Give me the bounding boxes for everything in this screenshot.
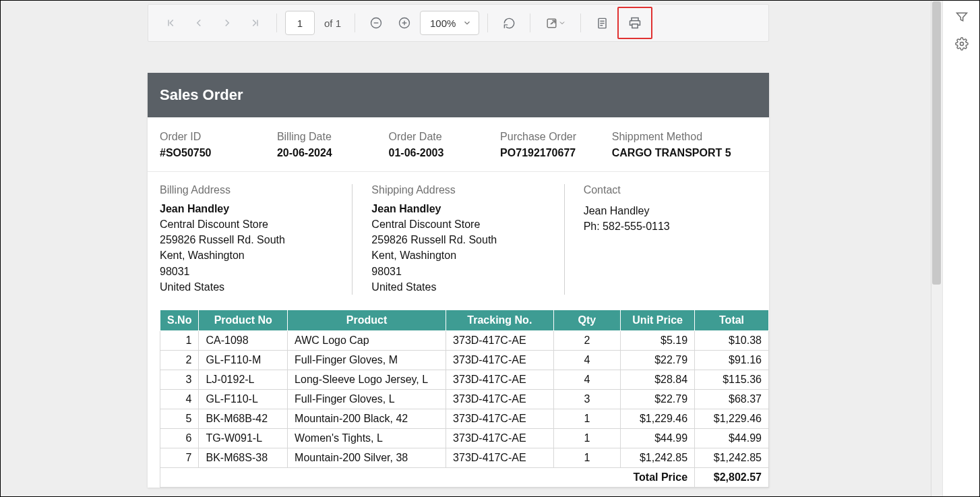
cell-sno: 4 (160, 389, 199, 409)
billing-date-label: Billing Date (277, 131, 389, 143)
cell-total: $10.38 (695, 330, 769, 350)
first-page-button[interactable] (158, 10, 183, 36)
print-icon (628, 16, 642, 30)
billing-line: Kent, Washington (160, 247, 322, 263)
svg-point-12 (960, 42, 963, 46)
chevron-down-icon (558, 19, 566, 27)
cell-product: Full-Finger Gloves, M (288, 350, 446, 370)
cell-unitprice: $22.79 (621, 389, 695, 409)
toolbar-divider (487, 13, 488, 32)
cell-total: $1,229.46 (695, 409, 769, 428)
cell-unitprice: $1,229.46 (621, 409, 695, 428)
cell-qty: 1 (553, 448, 621, 467)
cell-tracking: 373D-417C-AE (446, 409, 553, 428)
cell-product: AWC Logo Cap (288, 330, 446, 350)
contact-name: Jean Handley (584, 203, 746, 218)
cell-productno: LJ-0192-L (199, 370, 288, 389)
refresh-button[interactable] (496, 10, 522, 36)
address-divider (352, 184, 353, 295)
svg-rect-10 (632, 18, 638, 21)
cell-tracking: 373D-417C-AE (446, 428, 553, 448)
billing-date-value: 20-06-2024 (277, 147, 389, 159)
page-number-input[interactable] (285, 11, 315, 35)
purchase-order-label: Purchase Order (500, 131, 612, 143)
scrollbar[interactable] (931, 0, 942, 497)
cell-tracking: 373D-417C-AE (446, 389, 553, 409)
cell-product: Mountain-200 Black, 42 (288, 409, 446, 428)
billing-address-title: Billing Address (160, 184, 322, 196)
table-row: 1CA-1098AWC Logo Cap373D-417C-AE2$5.19$1… (160, 330, 769, 350)
shipping-name: Jean Handley (371, 203, 534, 215)
purchase-order-value: PO7192170677 (500, 147, 612, 159)
contact-phone: Ph: 582-555-0113 (584, 218, 746, 234)
zoom-select[interactable]: 100% (420, 11, 479, 35)
total-row: Total Price $2,802.57 (160, 467, 769, 487)
col-product: Product (288, 310, 446, 330)
last-page-button[interactable] (243, 10, 268, 36)
zoom-value: 100% (430, 18, 456, 29)
chevron-right-icon (221, 17, 233, 29)
zoom-in-button[interactable] (392, 10, 417, 36)
cell-total: $68.37 (695, 389, 769, 409)
order-date-label: Order Date (389, 131, 501, 143)
chevron-left-icon (193, 17, 205, 29)
cell-qty: 4 (553, 350, 621, 370)
svg-rect-11 (632, 24, 638, 28)
toolbar-divider (530, 13, 530, 32)
scrollbar-thumb[interactable] (932, 1, 941, 285)
next-page-button[interactable] (214, 10, 240, 36)
col-sno: S.No (160, 310, 199, 330)
cell-productno: TG-W091-L (199, 428, 288, 448)
cell-product: Long-Sleeve Logo Jersey, L (288, 370, 446, 389)
cell-unitprice: $5.19 (621, 330, 695, 350)
plus-circle-icon (398, 16, 411, 30)
filter-button[interactable] (954, 9, 969, 24)
col-tracking: Tracking No. (446, 310, 553, 330)
cell-qty: 3 (553, 389, 621, 409)
chevron-down-icon (462, 18, 472, 28)
shipping-address: Shipping Address Jean Handley Central Di… (371, 184, 545, 295)
ship-method-label: Shippment Method (612, 131, 757, 143)
print-button[interactable] (617, 7, 652, 39)
cell-sno: 3 (160, 370, 199, 389)
col-unitprice: Unit Price (621, 310, 695, 330)
cell-total: $1,242.85 (695, 448, 769, 467)
cell-productno: BK-M68S-38 (199, 448, 288, 467)
cell-sno: 1 (160, 330, 199, 350)
cell-product: Women's Tights, L (288, 428, 446, 448)
cell-qty: 4 (553, 370, 621, 389)
shipping-address-title: Shipping Address (371, 184, 534, 196)
first-page-icon (164, 17, 177, 29)
total-label: Total Price (160, 467, 695, 487)
col-productno: Product No (199, 310, 288, 330)
cell-tracking: 373D-417C-AE (446, 330, 553, 350)
cell-unitprice: $28.84 (621, 370, 695, 389)
report-page: Sales Order Order ID #SO50750 Billing Da… (148, 73, 769, 488)
report-title: Sales Order (148, 73, 769, 117)
export-button[interactable] (539, 10, 572, 36)
cell-unitprice: $22.79 (621, 350, 695, 370)
ship-method-value: CARGO TRANSPORT 5 (612, 147, 757, 159)
cell-total: $91.16 (695, 350, 769, 370)
prev-page-button[interactable] (186, 10, 212, 36)
settings-button[interactable] (954, 36, 969, 51)
cell-productno: BK-M68B-42 (199, 409, 288, 428)
table-row: 4GL-F110-LFull-Finger Gloves, L373D-417C… (160, 389, 769, 409)
page-setup-button[interactable] (589, 10, 615, 36)
cell-qty: 1 (553, 428, 621, 448)
table-row: 2GL-F110-MFull-Finger Gloves, M373D-417C… (160, 350, 769, 370)
cell-qty: 2 (553, 330, 621, 350)
cell-sno: 2 (160, 350, 199, 370)
zoom-out-button[interactable] (363, 10, 389, 36)
page-icon (596, 17, 609, 30)
shipping-line: Central Discount Store (371, 216, 534, 232)
cell-qty: 1 (553, 409, 621, 428)
order-date-value: 01-06-2003 (389, 147, 501, 159)
col-qty: Qty (553, 310, 621, 330)
col-total: Total (695, 310, 769, 330)
total-value: $2,802.57 (695, 467, 769, 487)
cell-productno: GL-F110-M (199, 350, 288, 370)
billing-line: United States (160, 279, 322, 295)
right-side-rail (942, 0, 980, 497)
order-id-label: Order ID (160, 131, 277, 143)
